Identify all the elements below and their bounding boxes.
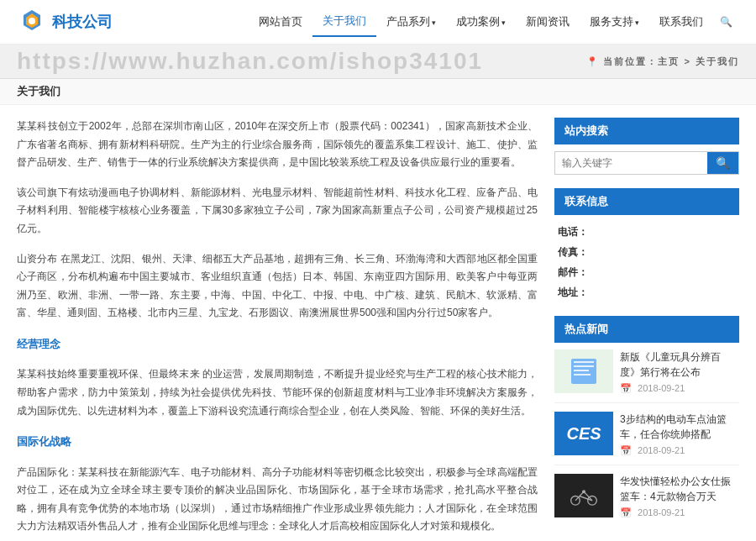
news-title-1[interactable]: 新版《儿童玩具分辨百度》第行将在公布 xyxy=(620,349,739,380)
nav-news[interactable]: 新闻资讯 xyxy=(516,8,580,36)
content-heading-2: 国际化战略 xyxy=(17,432,538,451)
svg-rect-5 xyxy=(574,365,594,367)
ces-text: CES xyxy=(566,424,601,444)
breadcrumb-text: 当前位置：主页 > 关于我们 xyxy=(603,55,739,68)
sidebar-contact-title: 联系信息 xyxy=(554,188,739,215)
news-thumb-ces-icon: CES xyxy=(554,412,613,455)
nav-about[interactable]: 关于我们 xyxy=(312,7,376,37)
watermark-text: https://www.huzhan.com/ishop34101 xyxy=(17,48,483,74)
content-area: 某某科技创立于2002年，总部在深圳市南山区，2010年在深交所上市（股票代码：… xyxy=(17,118,554,541)
sidebar-hot-news-title: 热点新闻 xyxy=(554,316,739,343)
content-para-1: 某某科技创立于2002年，总部在深圳市南山区，2010年在深交所上市（股票代码：… xyxy=(17,118,538,172)
svg-point-13 xyxy=(582,490,585,493)
content-heading-1: 经营理念 xyxy=(17,334,538,354)
content-para-4: 某某科技始终重要重视环保、但最终末来 的业运营，发展周期制造，不断提升提业经究与… xyxy=(17,365,538,420)
calendar-icon-1: 📅 xyxy=(620,383,632,393)
watermark-bar: https://www.huzhan.com/ishop34101 📍 当前位置… xyxy=(0,45,756,79)
location-icon: 📍 xyxy=(586,56,600,67)
news-thumb-dark-icon xyxy=(554,474,613,517)
main-nav: 网站首页 关于我们 产品系列▾ 成功案例▾ 新闻资讯 服务支持▾ 联系我们 🔍 xyxy=(249,7,739,37)
sidebar-contact-info: 电话： 传真： 邮件： 地址： xyxy=(554,222,739,302)
news-info-2: 3步结构的电动车点油篮车，任合你统帅搭配 📅 2018-09-21 xyxy=(620,412,739,456)
content-para-2: 该公司旗下有炫动漫画电子协调材料、新能源材料、光电显示材料、智能超前性材料、科技… xyxy=(17,184,538,239)
news-date-1: 📅 2018-09-21 xyxy=(620,383,739,394)
contact-email-row: 邮件： xyxy=(558,262,736,282)
logo-text: 科技公司 xyxy=(52,12,113,32)
calendar-icon-2: 📅 xyxy=(620,445,632,455)
news-item-1: 新版《儿童玩具分辨百度》第行将在公布 📅 2018-09-21 xyxy=(554,349,739,403)
contact-phone-row: 电话： xyxy=(558,222,736,242)
svg-point-2 xyxy=(29,18,35,24)
news-item-2: CES 3步结构的电动车点油篮车，任合你统帅搭配 📅 2018-09-21 xyxy=(554,412,739,465)
news-thumb-2: CES xyxy=(554,412,613,455)
page-label: 关于我们 xyxy=(17,85,60,97)
news-item-3: 华发快懂轻松办公女仕振篮车：4元款物合万天 📅 2018-09-21 xyxy=(554,474,739,527)
news-title-3[interactable]: 华发快懂轻松办公女仕振篮车：4元款物合万天 xyxy=(620,474,739,504)
svg-rect-4 xyxy=(574,361,594,363)
logo-icon xyxy=(17,7,47,37)
sidebar-search-box: 🔍 xyxy=(554,151,739,175)
hot-news-list: 新版《儿童玩具分辨百度》第行将在公布 📅 2018-09-21 CES xyxy=(554,349,739,527)
contact-fax-row: 传真： xyxy=(558,242,736,262)
nav-cases[interactable]: 成功案例▾ xyxy=(446,8,516,36)
logo: 科技公司 xyxy=(17,7,113,37)
content-para-5: 产品国际化：某某科技在新能源汽车、电子功能材料、高分子功能材料等密切概念比较突出… xyxy=(17,464,538,536)
book-icon xyxy=(567,355,601,388)
bike-icon xyxy=(567,481,601,511)
nav-service[interactable]: 服务支持▾ xyxy=(580,8,649,36)
svg-rect-7 xyxy=(574,374,591,376)
sidebar-contact-section: 联系信息 电话： 传真： 邮件： 地址： xyxy=(554,188,739,302)
news-thumb-1 xyxy=(554,349,613,393)
svg-rect-6 xyxy=(574,370,589,371)
sidebar-search-title: 站内搜索 xyxy=(554,118,739,144)
sidebar-search-button[interactable]: 🔍 xyxy=(707,152,738,174)
sidebar: 站内搜索 🔍 联系信息 电话： 传真： 邮件： 地址： 热点新闻 xyxy=(554,118,739,541)
nav-home[interactable]: 网站首页 xyxy=(249,8,312,36)
news-info-1: 新版《儿童玩具分辨百度》第行将在公布 📅 2018-09-21 xyxy=(620,349,739,394)
news-date-2: 📅 2018-09-21 xyxy=(620,445,739,456)
calendar-icon-3: 📅 xyxy=(620,507,632,517)
news-thumb-book-icon xyxy=(554,349,613,393)
header: 科技公司 网站首页 关于我们 产品系列▾ 成功案例▾ 新闻资讯 服务支持▾ 联系… xyxy=(0,0,756,45)
news-info-3: 华发快懂轻松办公女仕振篮车：4元款物合万天 📅 2018-09-21 xyxy=(620,474,739,518)
sidebar-search-section: 站内搜索 🔍 xyxy=(554,118,739,175)
nav-products[interactable]: 产品系列▾ xyxy=(376,8,446,36)
news-title-2[interactable]: 3步结构的电动车点油篮车，任合你统帅搭配 xyxy=(620,412,739,442)
main-container: 某某科技创立于2002年，总部在深圳市南山区，2010年在深交所上市（股票代码：… xyxy=(0,105,756,541)
nav-contact[interactable]: 联系我们 xyxy=(649,8,713,36)
header-search-icon[interactable]: 🔍 xyxy=(713,9,739,34)
sidebar-search-input[interactable] xyxy=(555,152,707,174)
content-para-3: 山资分布 在黑龙江、沈阳、银州、天津、细都五大产品基地，超拥有三角、长三角、环渤… xyxy=(17,250,538,323)
breadcrumb: 📍 当前位置：主页 > 关于我们 xyxy=(586,55,739,68)
news-date-3: 📅 2018-09-21 xyxy=(620,507,739,518)
sidebar-hot-news-section: 热点新闻 xyxy=(554,316,739,527)
contact-addr-row: 地址： xyxy=(558,282,736,302)
news-thumb-3 xyxy=(554,474,613,517)
